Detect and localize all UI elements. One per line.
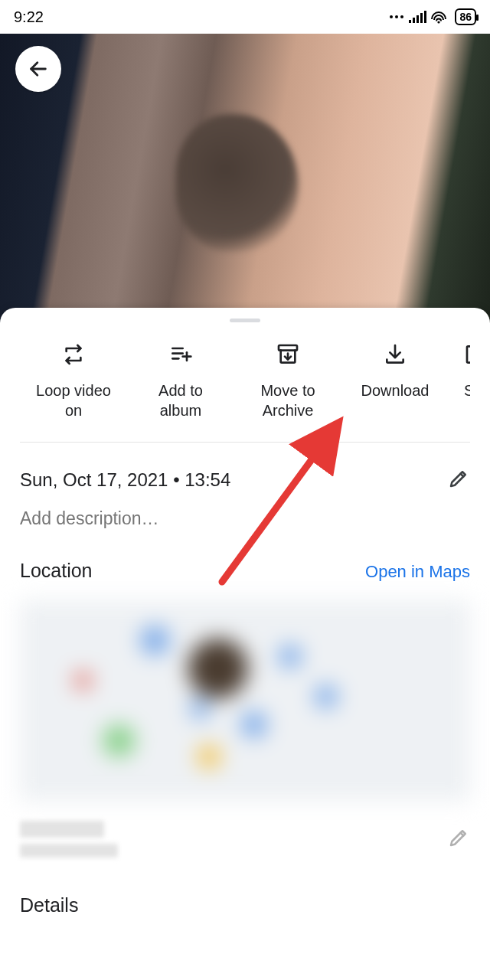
edit-datetime-button[interactable] — [447, 467, 470, 493]
location-map[interactable] — [20, 600, 470, 801]
location-heading: Location — [20, 560, 93, 582]
edit-location-button[interactable] — [447, 826, 470, 852]
arrow-left-icon — [28, 58, 49, 80]
archive-icon — [276, 341, 300, 368]
loop-icon — [61, 341, 86, 368]
svg-line-21 — [461, 833, 464, 836]
svg-rect-7 — [424, 11, 426, 23]
back-button[interactable] — [15, 46, 61, 92]
svg-rect-4 — [413, 18, 415, 23]
action-label: Download — [361, 381, 430, 400]
action-row: Loop video on Add to album Move to Archi… — [20, 335, 470, 443]
svg-rect-6 — [420, 13, 423, 23]
status-bar: 9:22 86 — [0, 0, 490, 34]
action-loop-video[interactable]: Loop video on — [20, 341, 127, 420]
open-in-maps-link[interactable]: Open in Maps — [365, 562, 470, 582]
status-time: 9:22 — [14, 8, 44, 26]
action-slideshow[interactable]: Slides — [449, 341, 470, 420]
pencil-icon — [447, 467, 470, 490]
status-network-icons — [389, 9, 449, 24]
svg-rect-15 — [279, 345, 297, 351]
details-heading: Details — [20, 894, 78, 916]
action-label: Add to album — [158, 381, 203, 420]
svg-point-0 — [390, 15, 393, 18]
pencil-icon — [447, 826, 470, 849]
svg-point-8 — [438, 21, 440, 23]
action-move-to-archive[interactable]: Move to Archive — [234, 341, 341, 420]
svg-line-20 — [461, 474, 464, 477]
action-download[interactable]: Download — [341, 341, 449, 420]
svg-rect-18 — [467, 346, 470, 362]
info-sheet: Loop video on Add to album Move to Archi… — [0, 308, 490, 980]
drag-handle[interactable] — [230, 318, 260, 322]
location-block: Location Open in Maps — [0, 529, 490, 858]
svg-point-1 — [395, 15, 398, 18]
photo-datetime: Sun, Oct 17, 2021 • 13:54 — [20, 469, 230, 491]
action-label: Loop video on — [36, 381, 111, 420]
slideshow-icon — [464, 341, 470, 368]
action-label: Move to Archive — [260, 381, 315, 420]
description-input[interactable] — [20, 508, 470, 529]
action-add-to-album[interactable]: Add to album — [127, 341, 234, 420]
action-label: Slides — [464, 381, 470, 400]
battery-level: 86 — [459, 11, 472, 23]
download-icon — [383, 341, 407, 368]
battery-icon: 86 — [455, 8, 476, 25]
status-right: 86 — [389, 8, 476, 25]
svg-rect-3 — [409, 20, 411, 23]
svg-point-2 — [400, 15, 403, 18]
svg-rect-5 — [416, 15, 419, 23]
photo-image — [0, 34, 490, 323]
meta-block: Sun, Oct 17, 2021 • 13:54 — [0, 443, 490, 529]
location-address — [20, 821, 119, 858]
photo-preview[interactable] — [0, 34, 490, 323]
add-to-album-icon — [168, 341, 193, 368]
details-block: Details — [0, 858, 490, 916]
